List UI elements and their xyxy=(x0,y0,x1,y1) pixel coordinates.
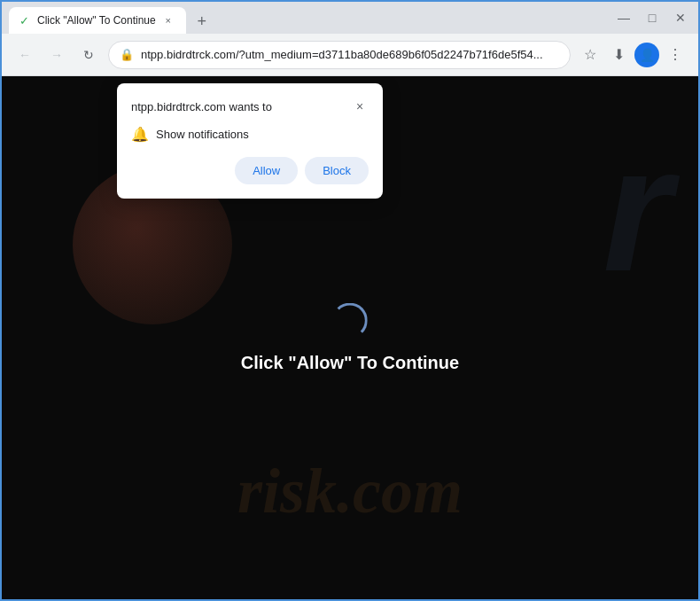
tab-favicon: ✓ xyxy=(19,14,32,27)
watermark-text: risk.com xyxy=(237,455,463,528)
close-button[interactable]: ✕ xyxy=(670,7,691,28)
forward-button[interactable]: → xyxy=(44,43,69,67)
popup-header: ntpp.bidrdtrck.com wants to × xyxy=(131,98,369,115)
maximize-button[interactable]: □ xyxy=(642,7,663,28)
tab-strip: ✓ Click "Allow" To Continue × + xyxy=(9,2,610,34)
browser-window: ✓ Click "Allow" To Continue × + — □ ✕ ← … xyxy=(0,0,700,601)
allow-button[interactable]: Allow xyxy=(235,157,298,184)
reload-button[interactable]: ↻ xyxy=(76,43,101,67)
click-allow-text: Click "Allow" To Continue xyxy=(241,353,459,373)
download-button[interactable]: ⬇ xyxy=(606,43,631,67)
page-content: r risk.com Click "Allow" To Continue ntp… xyxy=(2,76,698,599)
popup-title: ntpp.bidrdtrck.com wants to xyxy=(131,100,272,113)
active-tab[interactable]: ✓ Click "Allow" To Continue × xyxy=(9,7,186,34)
minimize-button[interactable]: — xyxy=(613,7,634,28)
background-letter: r xyxy=(603,121,672,298)
url-text: ntpp.bidrdtrck.com/?utm_medium=d3711ba80… xyxy=(141,48,559,61)
back-button[interactable]: ← xyxy=(12,43,37,67)
tab-title: Click "Allow" To Continue xyxy=(37,14,156,27)
bell-icon: 🔔 xyxy=(131,126,149,143)
menu-button[interactable]: ⋮ xyxy=(663,43,688,67)
title-bar: ✓ Click "Allow" To Continue × + — □ ✕ xyxy=(2,2,698,34)
security-icon: 🔒 xyxy=(120,48,134,61)
toolbar-icons: ☆ ⬇ 👤 ⋮ xyxy=(578,43,688,67)
permission-text: Show notifications xyxy=(156,128,249,141)
address-bar: ← → ↻ 🔒 ntpp.bidrdtrck.com/?utm_medium=d… xyxy=(2,34,698,76)
profile-button[interactable]: 👤 xyxy=(634,43,659,67)
popup-buttons: Allow Block xyxy=(131,157,369,184)
popup-close-button[interactable]: × xyxy=(351,98,369,115)
loading-spinner xyxy=(332,303,368,339)
new-tab-button[interactable]: + xyxy=(190,9,214,34)
popup-permission-row: 🔔 Show notifications xyxy=(131,126,369,143)
spinner-container: Click "Allow" To Continue xyxy=(241,303,459,373)
bookmark-button[interactable]: ☆ xyxy=(578,43,603,67)
address-input[interactable]: 🔒 ntpp.bidrdtrck.com/?utm_medium=d3711ba… xyxy=(108,41,571,69)
notification-popup: ntpp.bidrdtrck.com wants to × 🔔 Show not… xyxy=(117,83,383,199)
block-button[interactable]: Block xyxy=(305,157,369,184)
tab-close-button[interactable]: × xyxy=(161,13,175,27)
window-controls: — □ ✕ xyxy=(613,7,691,28)
